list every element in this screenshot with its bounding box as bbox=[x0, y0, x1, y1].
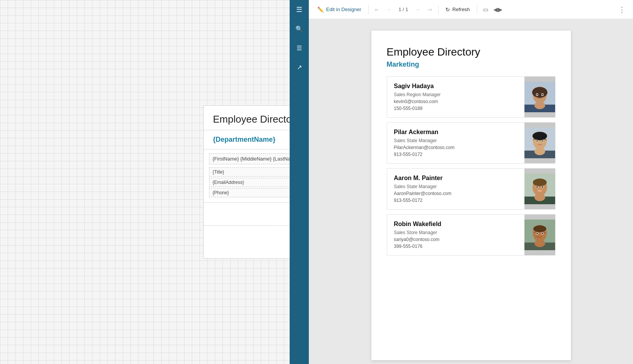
svg-point-24 bbox=[542, 186, 543, 188]
employee-phone: 399-555-0176 bbox=[394, 244, 518, 249]
copy-icon: ▭ bbox=[483, 6, 488, 13]
svg-point-29 bbox=[533, 225, 546, 232]
employee-name: Pilar Ackerman bbox=[394, 129, 518, 136]
employee-email: PilarAckerman@contoso.com bbox=[394, 145, 518, 150]
pencil-icon: ✏️ bbox=[317, 7, 324, 13]
sidebar: ☰ 🔍 ☰ ↗ bbox=[290, 0, 309, 364]
sidebar-search-btn[interactable]: 🔍 bbox=[290, 19, 309, 38]
nav-prev-button[interactable]: ← bbox=[384, 4, 395, 15]
nav-first-icon: ⇤ bbox=[375, 7, 379, 13]
refresh-button[interactable]: ↻ Refresh bbox=[442, 5, 474, 15]
employee-info: Aaron M. Painter Sales State Manager Aar… bbox=[387, 169, 524, 209]
employee-title: Sales Store Manager bbox=[394, 230, 518, 235]
preview-department: Marketing bbox=[387, 61, 556, 69]
sidebar-filters-btn[interactable]: ☰ bbox=[290, 38, 309, 57]
employee-photo bbox=[524, 169, 555, 209]
employee-email: sariya0@contoso.com bbox=[394, 237, 518, 242]
sidebar-menu-btn[interactable]: ☰ bbox=[290, 0, 309, 19]
nav-last-icon: ⇥ bbox=[427, 7, 432, 13]
employee-title: Sales Region Manager bbox=[394, 92, 518, 97]
more-options-button[interactable]: ⋮ bbox=[615, 3, 628, 16]
more-icon: ⋮ bbox=[618, 6, 625, 13]
employee-card: Robin Wakefield Sales Store Manager sari… bbox=[387, 214, 556, 256]
employee-info: Pilar Ackerman Sales State Manager Pilar… bbox=[387, 123, 524, 163]
search-icon: 🔍 bbox=[295, 25, 303, 33]
refresh-label: Refresh bbox=[452, 7, 470, 12]
nav-first-button[interactable]: ⇤ bbox=[372, 4, 382, 15]
svg-point-35 bbox=[534, 239, 545, 247]
nav-next-icon: → bbox=[415, 7, 420, 13]
nav-prev-icon: ← bbox=[387, 7, 392, 13]
employee-card: Pilar Ackerman Sales State Manager Pilar… bbox=[387, 122, 556, 164]
employee-name: Robin Wakefield bbox=[394, 221, 518, 228]
edit-designer-button[interactable]: ✏️ Edit in Designer bbox=[313, 5, 365, 15]
svg-point-6 bbox=[542, 94, 543, 95]
employee-phone: 150-555-0189 bbox=[394, 106, 518, 111]
svg-point-14 bbox=[536, 140, 538, 142]
svg-point-15 bbox=[542, 140, 543, 142]
sidebar-toggle-button[interactable]: ◀▶ bbox=[493, 4, 503, 15]
export-icon: ↗ bbox=[297, 64, 302, 71]
edit-designer-label: Edit in Designer bbox=[326, 7, 361, 12]
svg-point-23 bbox=[536, 186, 538, 188]
toolbar: ✏️ Edit in Designer ⇤ ← 1 / 1 → ⇥ ↻ Refr… bbox=[309, 0, 633, 19]
svg-point-33 bbox=[542, 233, 543, 234]
svg-point-5 bbox=[536, 94, 538, 95]
employee-photo bbox=[524, 123, 555, 163]
preview-page: Employee Directory Marketing Sagiv Haday… bbox=[371, 31, 571, 360]
toolbar-divider-2 bbox=[438, 5, 438, 14]
employee-info: Robin Wakefield Sales Store Manager sari… bbox=[387, 215, 524, 255]
employee-card: Sagiv Hadaya Sales Region Manager kevin0… bbox=[387, 76, 556, 118]
employee-list: Sagiv Hadaya Sales Region Manager kevin0… bbox=[387, 76, 556, 256]
employee-photo bbox=[524, 77, 555, 117]
nav-last-button[interactable]: ⇥ bbox=[424, 4, 435, 15]
toolbar-divider-3 bbox=[477, 5, 477, 14]
svg-point-20 bbox=[533, 179, 547, 186]
employee-info: Sagiv Hadaya Sales Region Manager kevin0… bbox=[387, 77, 524, 117]
employee-name: Sagiv Hadaya bbox=[394, 83, 518, 90]
employee-email: AaronPainter@contoso.com bbox=[394, 191, 518, 196]
refresh-icon: ↻ bbox=[445, 7, 450, 13]
employee-title: Sales State Manager bbox=[394, 184, 518, 189]
nav-next-button[interactable]: → bbox=[412, 4, 423, 15]
svg-point-32 bbox=[536, 233, 538, 234]
employee-name: Aaron M. Painter bbox=[394, 175, 518, 182]
svg-point-2 bbox=[532, 87, 547, 98]
svg-point-26 bbox=[534, 193, 545, 201]
page-info: 1 / 1 bbox=[396, 7, 410, 12]
svg-point-8 bbox=[534, 102, 545, 109]
copy-button[interactable]: ▭ bbox=[480, 4, 491, 15]
employee-photo bbox=[524, 215, 555, 255]
preview-area[interactable]: Employee Directory Marketing Sagiv Haday… bbox=[309, 19, 633, 364]
filters-icon: ☰ bbox=[297, 44, 302, 52]
menu-icon: ☰ bbox=[296, 5, 302, 14]
toolbar-divider-1 bbox=[368, 5, 369, 14]
svg-point-11 bbox=[532, 132, 547, 140]
preview-report-title: Employee Directory bbox=[387, 46, 556, 58]
employee-card: Aaron M. Painter Sales State Manager Aar… bbox=[387, 168, 556, 210]
sidebar-export-btn[interactable]: ↗ bbox=[290, 57, 309, 77]
svg-point-17 bbox=[534, 148, 545, 155]
employee-title: Sales State Manager bbox=[394, 138, 518, 143]
sidebar-toggle-icon: ◀▶ bbox=[493, 6, 503, 13]
employee-phone: 913-555-0172 bbox=[394, 152, 518, 157]
employee-phone: 913-555-0172 bbox=[394, 198, 518, 203]
employee-email: kevin0@contoso.com bbox=[394, 99, 518, 104]
